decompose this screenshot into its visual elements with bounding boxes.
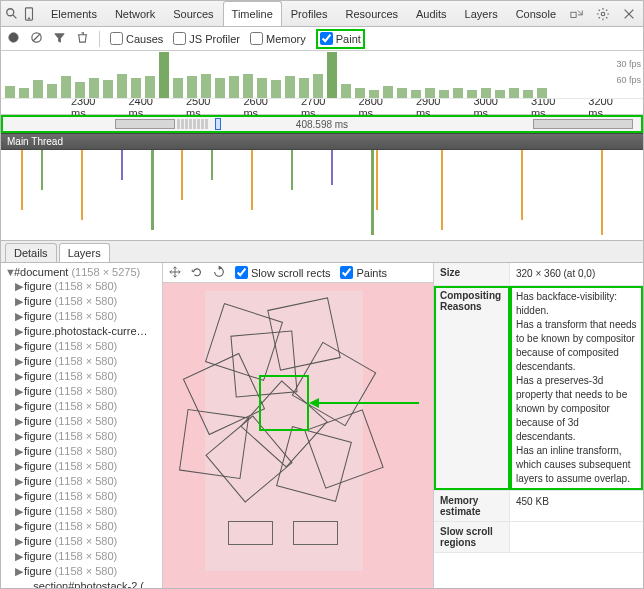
svg-point-3 [28,17,29,18]
gear-icon[interactable] [593,4,613,24]
svg-rect-4 [571,12,576,17]
prop-ssr-value [510,522,643,552]
svg-marker-12 [309,398,319,408]
panel-tabs: Elements Network Sources Timeline Profil… [42,1,565,26]
separator [99,31,100,47]
rotate-icon[interactable] [191,266,203,280]
close-icon[interactable] [619,4,639,24]
layer-canvas[interactable]: Slow scroll rects Paints [163,263,433,588]
layer-properties: Size320 × 360 (at 0,0) Compositing Reaso… [433,263,643,588]
svg-line-10 [33,34,40,41]
tree-row[interactable]: ▼#document(1158 × 5275) [1,265,162,279]
layer-tree[interactable]: ▼#document(1158 × 5275)▶figure(1158 × 58… [1,263,163,588]
time-ruler[interactable]: 2300 ms2400 ms2500 ms2600 ms2700 ms2800 … [1,99,643,115]
reset-icon[interactable] [213,266,225,280]
drawer-icon[interactable] [567,4,587,24]
causes-checkbox[interactable]: Causes [110,32,163,45]
tree-row[interactable]: ▶figure(1158 × 580) [1,369,162,384]
svg-line-1 [13,14,17,18]
prop-reasons-label: Compositing Reasons [434,286,510,490]
fps-chart[interactable]: 30 fps 60 fps [1,51,643,99]
tree-row[interactable]: ▶figure.photostack-curre… [1,324,162,339]
tab-profiles[interactable]: Profiles [282,1,337,26]
tree-row[interactable]: ▶figure(1158 × 580) [1,414,162,429]
tree-row[interactable]: ▶figure(1158 × 580) [1,309,162,324]
layers-panel: ▼#document(1158 × 5275)▶figure(1158 × 58… [1,262,643,588]
tree-row[interactable]: ▶figure(1158 × 580) [1,564,162,579]
tree-row[interactable]: ▶figure(1158 × 580) [1,489,162,504]
svg-point-5 [601,12,605,16]
fps-30-label: 30 fps [616,59,641,69]
main-toolbar: Elements Network Sources Timeline Profil… [1,1,643,27]
device-icon[interactable] [22,4,37,24]
tree-row[interactable]: ▶figure(1158 × 580) [1,354,162,369]
paints-checkbox[interactable]: Paints [340,266,387,279]
pan-icon[interactable] [169,266,181,280]
prop-memory-value: 450 KB [510,491,643,521]
tree-row[interactable]: ▶figure(1158 × 580) [1,549,162,564]
tree-row[interactable]: ▶figure(1158 × 580) [1,459,162,474]
svg-point-8 [9,33,18,42]
trash-icon[interactable] [76,31,89,46]
tree-row[interactable]: ▶figure(1158 × 580) [1,279,162,294]
tree-row[interactable]: ▶figure(1158 × 580) [1,339,162,354]
thread-label: Main Thread [1,133,643,150]
filter-icon[interactable] [53,31,66,46]
tab-details[interactable]: Details [5,243,57,262]
prop-size-label: Size [434,263,510,285]
tree-row[interactable]: ▶figure(1158 × 580) [1,399,162,414]
tab-timeline[interactable]: Timeline [223,1,282,26]
flame-chart[interactable] [1,150,643,240]
tree-row[interactable]: ▶figure(1158 × 580) [1,504,162,519]
slow-scroll-checkbox[interactable]: Slow scroll rects [235,266,330,279]
paint-checkbox[interactable]: Paint [320,31,361,47]
arrow-icon [309,393,419,413]
prop-ssr-label: Slow scroll regions [434,522,510,552]
memory-checkbox[interactable]: Memory [250,32,306,45]
timeline-toolbar: Causes JS Profiler Memory Paint [1,27,643,51]
prop-memory-label: Memory estimate [434,491,510,521]
tab-resources[interactable]: Resources [336,1,407,26]
tab-console[interactable]: Console [507,1,565,26]
tab-layers[interactable]: Layers [456,1,507,26]
tree-row[interactable]: ▶figure(1158 × 580) [1,429,162,444]
selection-handle[interactable] [215,118,221,130]
js-profiler-checkbox[interactable]: JS Profiler [173,32,240,45]
details-tabbar: Details Layers [1,240,643,262]
tree-row[interactable]: ▶figure(1158 × 580) [1,294,162,309]
tree-row[interactable]: section#photostack-2 (… [1,579,162,588]
fps-60-label: 60 fps [616,75,641,85]
clear-icon[interactable] [30,31,43,46]
selection-duration: 408.598 ms [296,119,348,130]
tree-row[interactable]: ▶figure(1158 × 580) [1,474,162,489]
tab-audits[interactable]: Audits [407,1,456,26]
selected-layer-highlight [259,375,309,431]
tab-network[interactable]: Network [106,1,164,26]
record-icon[interactable] [7,31,20,46]
canvas-toolbar: Slow scroll rects Paints [163,263,433,283]
tree-row[interactable]: ▶figure(1158 × 580) [1,519,162,534]
tree-row[interactable]: ▶figure(1158 × 580) [1,444,162,459]
tree-row[interactable]: ▶figure(1158 × 580) [1,384,162,399]
paint-checkbox-highlight: Paint [316,29,365,49]
tab-elements[interactable]: Elements [42,1,106,26]
search-icon[interactable] [5,4,20,24]
prop-size-value: 320 × 360 (at 0,0) [510,263,643,285]
overview-strip[interactable]: 408.598 ms [1,115,643,133]
tab-layers-detail[interactable]: Layers [59,243,110,262]
prop-reasons-value: Has backface-visibility: hidden. Has a t… [510,286,643,490]
tree-row[interactable]: ▶figure(1158 × 580) [1,534,162,549]
tab-sources[interactable]: Sources [164,1,222,26]
svg-point-0 [7,8,14,15]
